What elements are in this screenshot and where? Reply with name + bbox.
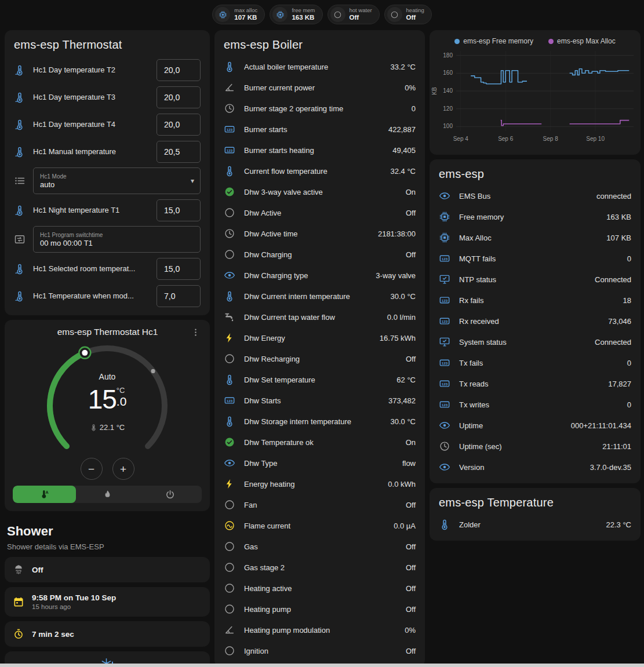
entity-row[interactable]: Dhw Active time2181:38:00 [224,223,416,244]
entity-row[interactable]: Dhw Current tap water flow0.0 l/min [224,307,416,327]
hc1-card-title: ems-esp Thermostat Hc1 [14,327,191,337]
legend-item[interactable]: ems-esp Free memory [454,37,533,45]
badge-value: Off [406,14,424,22]
entity-row[interactable]: Flame current0.0 µA [224,515,416,536]
entity-name: Dhw 3-way valve active [244,188,397,196]
memory-chart[interactable]: Sep 4Sep 6Sep 8Sep 10100120140160180KB [430,45,641,153]
entity-row[interactable]: Heating activeOff [224,578,416,599]
entity-row[interactable]: Zolder22.3 °C [439,514,631,535]
svg-text:123: 123 [442,361,448,365]
number-input[interactable]: 15,0 [157,258,201,280]
number-input[interactable]: 20,0 [157,86,201,108]
badge-heating[interactable]: heatingOff [384,5,432,24]
chip-icon [439,232,450,243]
entity-row[interactable]: 123Burner starts422,887 [224,119,416,140]
number-input[interactable]: 20,5 [157,141,201,163]
temp-increase-button[interactable]: + [112,458,134,480]
entity-name: Dhw Current intern temperature [244,292,381,301]
entity-row[interactable]: IgnitionOff [224,640,416,661]
entity-row[interactable]: Uptime000+21:11:01.434 [439,415,631,436]
mode-select[interactable]: Hc1 Modeauto▾ [33,167,201,194]
entity-row[interactable]: Dhw RechargingOff [224,348,416,369]
entity-row[interactable]: 123Tx writes0 [439,394,631,415]
number-input[interactable]: 20,0 [157,59,201,81]
entity-row[interactable]: Dhw Temperature okOn [224,432,416,453]
entity-name: Burner stage 2 operating time [244,104,403,113]
temp-decrease-button[interactable]: − [81,458,103,480]
mode-off-button[interactable] [139,486,202,503]
entity-value: 163 KB [606,213,631,221]
entity-row[interactable]: Heating pump modulation0% [224,619,416,640]
shower-time-card[interactable]: 9:58 PM on Tue 10 Sep 15 hours ago [5,587,210,617]
entity-row[interactable]: EMS Busconnected [439,185,631,206]
legend-item[interactable]: ems-esp Max Alloc [548,37,616,45]
entity-row[interactable]: NTP statusConnected [439,269,631,290]
entity-row[interactable]: FanOff [224,494,416,515]
shower-duration-card[interactable]: 7 min 2 sec [5,621,210,647]
entity-name: Energy heating [244,480,379,489]
entity-row[interactable]: Actual boiler temperature33.2 °C [224,56,416,77]
entity-row[interactable]: Burner current power0% [224,77,416,98]
water-thermometer-icon [14,146,26,158]
shower-state-card[interactable]: Off [5,557,210,582]
entity-row[interactable]: Dhw Charging type3-way valve [224,265,416,286]
entity-value: Off [406,605,416,614]
entity-row[interactable]: Dhw Storage intern temperature30.0 °C [224,411,416,432]
mode-heat-button[interactable] [76,486,139,503]
thermostat-auto-icon: A [39,489,50,500]
entity-row[interactable]: 123MQTT fails0 [439,248,631,269]
entity-name: Gas [244,542,397,551]
entity-row[interactable]: Heating pumpOff [224,599,416,619]
target-temperature-frac: .0 [117,395,127,408]
entity-value: Connected [595,338,631,347]
counter-icon: 123 [439,399,450,410]
faucet-icon [224,311,235,323]
entity-row[interactable]: 123Rx received73,046 [439,311,631,331]
badge-free-mem[interactable]: free mem163 KB [270,5,322,24]
current-temperature: 22.1 °C [38,423,177,432]
entity-row[interactable]: Version3.7.0-dev.35 [439,457,631,478]
entity-row[interactable]: Dhw ChargingOff [224,244,416,265]
entity-value: 422,887 [388,125,416,134]
entity-name: Hc1 Manual temperature [33,147,149,156]
entity-row[interactable]: GasOff [224,536,416,557]
entity-row[interactable]: System statusConnected [439,331,631,352]
badge-hot-water[interactable]: hot waterOff [328,5,380,24]
bolt-icon [224,332,235,344]
entity-row[interactable]: Gas stage 2Off [224,557,416,578]
bottom-scrollbar[interactable] [0,664,644,667]
number-input[interactable]: 20,0 [157,114,201,136]
entity-row[interactable]: Dhw Typeflow [224,453,416,473]
entity-row[interactable]: 123Tx reads17,827 [439,373,631,394]
entity-row[interactable]: Dhw Current intern temperature30.0 °C [224,286,416,307]
entity-row[interactable]: Dhw ActiveOff [224,202,416,223]
entity-row[interactable]: 123Burner starts heating49,405 [224,140,416,161]
legend-dot [548,39,554,44]
entity-row[interactable]: Uptime (sec)21:11:01 [439,436,631,457]
entity-row[interactable]: Dhw 3-way valve activeOn [224,181,416,202]
number-input[interactable]: 7,0 [157,285,201,307]
entity-row[interactable]: Max Alloc107 KB [439,227,631,248]
entity-row[interactable]: 123Tx fails0 [439,352,631,373]
badge-max-alloc[interactable]: max alloc107 KB [212,5,265,24]
entity-row[interactable]: Energy heating0.0 kWh [224,473,416,494]
entity-value: 49,405 [392,146,416,155]
text-input[interactable]: Hc1 Program switchtime00 mo 00:00 T1 [33,226,201,253]
circle-icon [330,7,345,22]
dots-vertical-icon[interactable] [191,327,201,337]
entity-value: Off [406,584,416,593]
entity-row[interactable]: Dhw Set temperature62 °C [224,369,416,390]
thermostat-dial[interactable]: Auto 15°C.0 22.1 °C [38,341,177,457]
entity-row[interactable]: Free memory163 KB [439,206,631,227]
entity-row[interactable]: 123Rx fails18 [439,290,631,311]
chip-icon [439,211,450,223]
entity-value: Off [406,542,416,551]
entity-row[interactable]: Burner stage 2 operating time0 [224,98,416,119]
mode-auto-button[interactable]: A [13,486,76,503]
entity-row[interactable]: 123Dhw Starts373,482 [224,390,416,411]
number-input[interactable]: 15,0 [157,199,201,221]
entity-row[interactable]: Current flow temperature32.4 °C [224,161,416,181]
entity-row[interactable]: Dhw Energy16.75 kWh [224,327,416,348]
entity-value: 3.7.0-dev.35 [590,463,631,472]
circle-icon [387,7,402,22]
